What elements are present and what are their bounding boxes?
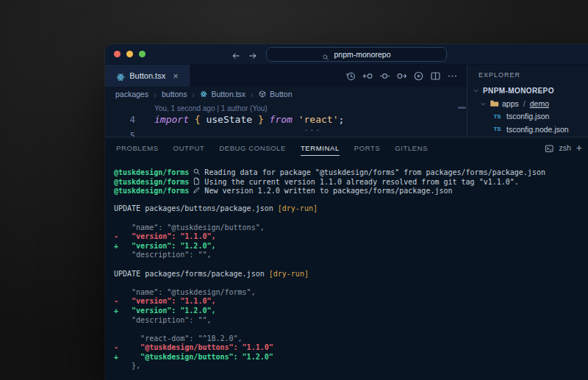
- explorer-header[interactable]: EXPLORER: [478, 71, 588, 79]
- chevron-right-icon: [152, 91, 158, 97]
- address-bar[interactable]: pnpm-monorepo: [266, 47, 447, 62]
- explorer-item-tsconfig.json[interactable]: TStsconfig.json: [467, 110, 588, 123]
- terminal-line: @tuskdesign/formsReading data for packag…: [114, 168, 588, 177]
- search-icon: [322, 51, 329, 58]
- code-editor[interactable]: You, 1 second ago | 1 author (You) 4 imp…: [105, 101, 467, 137]
- search-icon: [193, 168, 201, 176]
- history-icon[interactable]: [345, 71, 356, 82]
- terminal-line: [114, 260, 588, 270]
- chevron-right-icon: [190, 91, 196, 97]
- terminal-line: @tuskdesign/formsUsing the current versi…: [114, 177, 588, 187]
- breadcrumb-item-button-tsx[interactable]: Button.tsx: [211, 90, 245, 98]
- terminal-line: - "version": "1.1.0",: [114, 232, 588, 242]
- editor-actions: [345, 65, 458, 87]
- prev-change-icon[interactable]: [362, 71, 373, 82]
- more-actions-icon[interactable]: [447, 71, 458, 82]
- terminal-line: - "version": "1.1.0",: [114, 297, 588, 306]
- vscode-window: pnpm-monorepo Button.tsx × packagesbutto…: [105, 44, 588, 380]
- terminal-output[interactable]: @tuskdesign/formsReading data for packag…: [105, 158, 588, 380]
- ts-icon: TS: [492, 124, 502, 134]
- bottom-panel: PROBLEMSOUTPUTDEBUG CONSOLETERMINALPORTS…: [105, 137, 588, 380]
- terminal-line: [114, 279, 588, 288]
- explorer-item-demo[interactable]: apps/demo: [467, 97, 588, 110]
- back-button[interactable]: [232, 50, 240, 59]
- tab-label: Button.tsx: [129, 71, 165, 80]
- line-number: 4: [105, 115, 135, 125]
- ellipsis-dots: ···: [304, 126, 321, 135]
- pencil-icon: [193, 186, 201, 194]
- new-terminal-button[interactable]: +: [576, 143, 582, 153]
- editor-scrollbar-thumb[interactable]: [458, 107, 466, 109]
- traffic-lights: [114, 51, 146, 57]
- folder-icon: [490, 98, 499, 108]
- explorer-item-tsconfig.node.json[interactable]: TStsconfig.node.json: [467, 123, 588, 136]
- close-icon[interactable]: ×: [173, 71, 179, 81]
- panel-tab-gitlens[interactable]: GITLENS: [395, 137, 428, 158]
- terminal-line: },: [114, 362, 588, 371]
- terminal-line: "description": "",: [114, 316, 588, 326]
- next-change-icon[interactable]: [396, 71, 407, 82]
- desktop-background: pnpm-monorepo Button.tsx × packagesbutto…: [0, 0, 588, 380]
- terminal-line: + "version": "1.2.0",: [114, 242, 588, 251]
- chevron-right-icon: [249, 91, 255, 97]
- explorer-tree: apps/demoTStsconfig.jsonTStsconfig.node.…: [467, 97, 588, 136]
- chevron-down-icon: [473, 87, 479, 94]
- chevron-down-icon: [480, 100, 487, 107]
- tab-button-tsx[interactable]: Button.tsx ×: [105, 65, 190, 87]
- terminal-line: + "version": "1.2.0",: [114, 306, 588, 316]
- window-titlebar: pnpm-monorepo: [105, 44, 588, 65]
- code-text: import { useState } from 'react';: [154, 114, 344, 125]
- editor-tabstrip: Button.tsx ×: [105, 65, 467, 87]
- terminal-line: "description": "",: [114, 251, 588, 260]
- breadcrumb: packagesbuttonsButton.tsxButton: [105, 87, 467, 101]
- run-circle-icon[interactable]: [413, 71, 424, 82]
- zoom-button[interactable]: [139, 51, 146, 57]
- react-icon: [200, 90, 207, 98]
- terminal-line: [114, 196, 588, 205]
- panel-tab-terminal[interactable]: TERMINAL: [301, 137, 340, 158]
- breadcrumb-item-packages[interactable]: packages: [115, 90, 148, 98]
- react-icon: [116, 71, 125, 80]
- cube-icon: [259, 90, 266, 98]
- split-editor-icon[interactable]: [430, 71, 441, 82]
- terminal-icon: [545, 143, 554, 153]
- explorer-sidebar: EXPLORER PNPM-MONOREPO apps/demoTStsconf…: [467, 65, 588, 137]
- document-icon: [193, 177, 201, 185]
- terminal-line: - "@tuskdesign/buttons": "1.1.0": [114, 343, 588, 353]
- nav-arrows: [232, 44, 257, 64]
- terminal-line: "name": "@tuskdesign/forms",: [114, 288, 588, 298]
- shell-label[interactable]: zsh: [559, 143, 570, 152]
- address-bar-text: pnpm-monorepo: [334, 50, 390, 59]
- gitlens-blame: You, 1 second ago | 1 author (You): [154, 104, 268, 112]
- panel-tab-problems[interactable]: PROBLEMS: [116, 137, 159, 158]
- forward-button[interactable]: [248, 50, 257, 59]
- breadcrumb-item-buttons[interactable]: buttons: [162, 90, 187, 98]
- terminal-line: + "@tuskdesign/buttons": "1.2.0": [114, 353, 588, 362]
- terminal-line: "react-dom": "^18.2.0",: [114, 334, 588, 344]
- panel-tab-ports[interactable]: PORTS: [354, 137, 381, 158]
- ts-icon: TS: [492, 112, 502, 121]
- breadcrumb-item-button[interactable]: Button: [270, 90, 292, 98]
- terminal-line: [114, 214, 588, 223]
- code-line-5: 5: [105, 130, 467, 137]
- minimize-button[interactable]: [126, 51, 133, 57]
- line-number-next: 5: [105, 131, 135, 137]
- terminal-line: UPDATE packages/buttons/package.json [dr…: [114, 204, 588, 214]
- panel-tab-output[interactable]: OUTPUT: [173, 137, 205, 158]
- panel-tabs: PROBLEMSOUTPUTDEBUG CONSOLETERMINALPORTS…: [116, 137, 428, 158]
- terminal-line: "name": "@tuskdesign/buttons",: [114, 223, 588, 233]
- shell-group: zsh +: [545, 143, 582, 153]
- explorer-root[interactable]: PNPM-MONOREPO: [467, 87, 588, 95]
- panel-tabbar: PROBLEMSOUTPUTDEBUG CONSOLETERMINALPORTS…: [105, 137, 588, 158]
- code-line-4: 4 import { useState } from 'react';: [105, 114, 467, 127]
- panel-tab-debug-console[interactable]: DEBUG CONSOLE: [219, 137, 286, 158]
- terminal-line: UPDATE packages/forms/package.json [dry-…: [114, 270, 588, 279]
- changes-icon[interactable]: [379, 71, 390, 82]
- terminal-line: @tuskdesign/formsNew version 1.2.0 writt…: [114, 186, 588, 196]
- explorer-root-label: PNPM-MONOREPO: [483, 87, 554, 95]
- close-button[interactable]: [114, 51, 121, 57]
- terminal-line: [114, 325, 588, 334]
